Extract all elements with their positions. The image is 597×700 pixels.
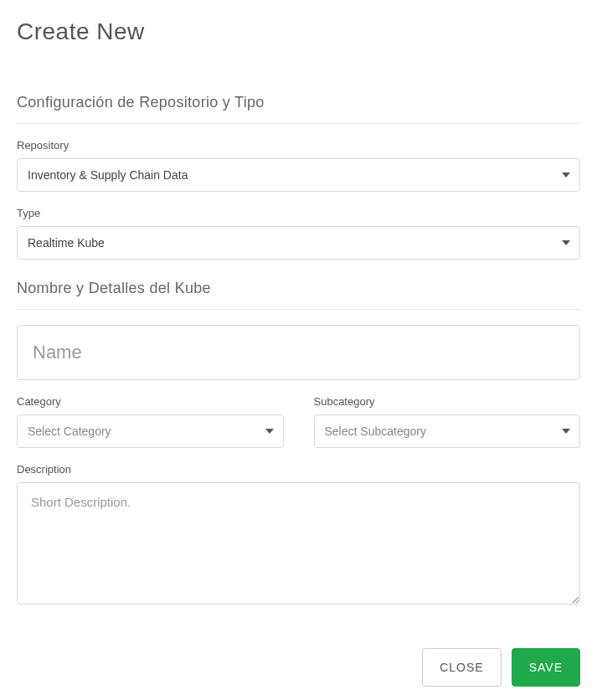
category-label: Category <box>17 395 284 408</box>
type-select-value: Realtime Kube <box>28 236 105 250</box>
chevron-down-icon <box>562 429 570 434</box>
divider <box>17 309 580 310</box>
footer-actions: CLOSE SAVE <box>17 648 580 687</box>
save-button[interactable]: SAVE <box>512 648 580 687</box>
repository-label: Repository <box>17 139 580 152</box>
chevron-down-icon <box>265 429 274 434</box>
description-textarea[interactable] <box>17 482 580 605</box>
category-select[interactable]: Select Category <box>17 414 284 448</box>
divider <box>17 123 580 124</box>
chevron-down-icon <box>562 172 570 178</box>
type-label: Type <box>17 207 580 219</box>
description-label: Description <box>17 463 580 476</box>
page-title: Create New <box>17 18 580 45</box>
repository-select-value: Inventory & Supply Chain Data <box>28 168 188 182</box>
name-input[interactable] <box>17 325 580 380</box>
subcategory-select[interactable]: Select Subcategory <box>314 414 581 448</box>
subcategory-label: Subcategory <box>314 395 581 408</box>
section-name-details-heading: Nombre y Detalles del Kube <box>17 280 580 297</box>
chevron-down-icon <box>562 240 570 245</box>
section-repo-type-heading: Configuración de Repositorio y Tipo <box>17 94 580 111</box>
category-select-placeholder: Select Category <box>28 425 111 438</box>
close-button[interactable]: CLOSE <box>422 648 501 687</box>
subcategory-select-placeholder: Select Subcategory <box>325 425 426 438</box>
repository-select[interactable]: Inventory & Supply Chain Data <box>17 158 580 192</box>
type-select[interactable]: Realtime Kube <box>17 226 580 260</box>
